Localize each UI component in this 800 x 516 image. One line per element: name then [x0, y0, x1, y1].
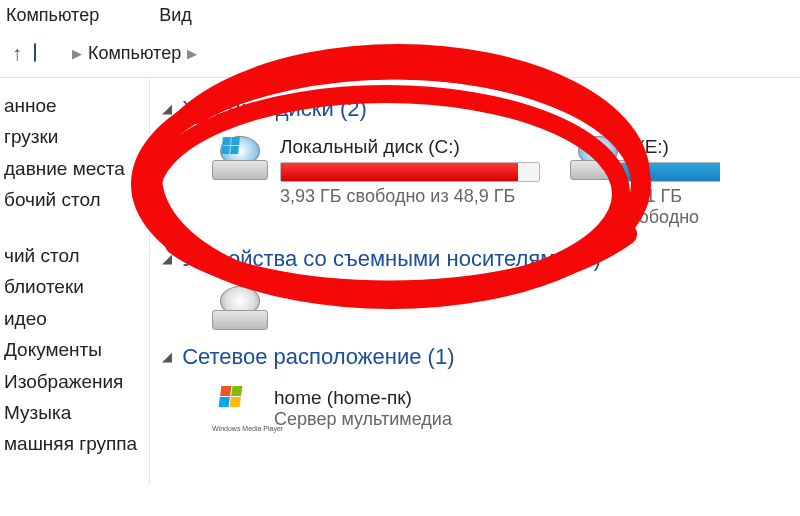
- drive-e[interactable]: E (E:) 41,1 ГБ свободно: [570, 136, 720, 228]
- breadcrumb-root[interactable]: Компьютер: [88, 43, 181, 64]
- content-pane: ◢ Жесткие диски (2) Локальный диск (C:) …: [150, 78, 800, 484]
- collapse-triangle-icon[interactable]: ◢: [162, 251, 172, 266]
- network-item-name: home (home-пк): [274, 387, 452, 409]
- drive-name: E (E:): [620, 136, 720, 158]
- drive-icon: [212, 136, 268, 180]
- removable-drive-icon[interactable]: [212, 286, 268, 330]
- sidebar-item[interactable]: машняя группа: [0, 428, 149, 459]
- drive-c[interactable]: Локальный диск (C:) 3,93 ГБ свободно из …: [212, 136, 540, 228]
- network-item-sub: Сервер мультимедиа: [274, 409, 452, 430]
- capacity-bar: [620, 162, 720, 182]
- sidebar: анное грузки давние места бочий стол чий…: [0, 78, 150, 484]
- sidebar-item[interactable]: чий стол: [0, 240, 149, 271]
- section-network[interactable]: ◢ Сетевое расположение (1): [162, 344, 800, 370]
- sidebar-item[interactable]: блиотеки: [0, 271, 149, 302]
- breadcrumb[interactable]: ▶ Компьютер ▶: [66, 43, 203, 64]
- section-hard-drives[interactable]: ◢ Жесткие диски (2): [162, 96, 800, 122]
- section-removable[interactable]: ◢ Устройства со съемными носителями (1): [162, 246, 800, 272]
- menu-computer[interactable]: Компьютер: [6, 5, 99, 26]
- network-item[interactable]: Windows Media Player home (home-пк) Серв…: [212, 384, 800, 432]
- menu-view[interactable]: Вид: [159, 5, 192, 26]
- sidebar-item[interactable]: анное: [0, 90, 149, 121]
- chevron-right-icon: ▶: [181, 46, 203, 61]
- capacity-bar: [280, 162, 540, 182]
- sidebar-item[interactable]: идео: [0, 303, 149, 334]
- address-bar: ↑ ▶ Компьютер ▶: [0, 36, 800, 78]
- menu-bar: Компьютер Вид: [0, 0, 800, 36]
- sidebar-item[interactable]: давние места: [0, 153, 149, 184]
- chevron-right-icon: ▶: [66, 46, 88, 61]
- sidebar-item[interactable]: бочий стол: [0, 184, 149, 215]
- sidebar-item[interactable]: грузки: [0, 121, 149, 152]
- collapse-triangle-icon[interactable]: ◢: [162, 101, 172, 116]
- drive-free-text: 3,93 ГБ свободно из 48,9 ГБ: [280, 186, 540, 207]
- drive-name: Локальный диск (C:): [280, 136, 540, 158]
- computer-icon: [34, 44, 56, 64]
- collapse-triangle-icon[interactable]: ◢: [162, 349, 172, 364]
- sidebar-item[interactable]: Документы: [0, 334, 149, 365]
- sidebar-item[interactable]: Изображения: [0, 366, 149, 397]
- drive-free-text: 41,1 ГБ свободно: [620, 186, 720, 228]
- windows-media-player-icon: Windows Media Player: [212, 384, 262, 432]
- sidebar-item[interactable]: Музыка: [0, 397, 149, 428]
- drive-icon: [570, 136, 608, 180]
- up-arrow-icon[interactable]: ↑: [10, 40, 24, 67]
